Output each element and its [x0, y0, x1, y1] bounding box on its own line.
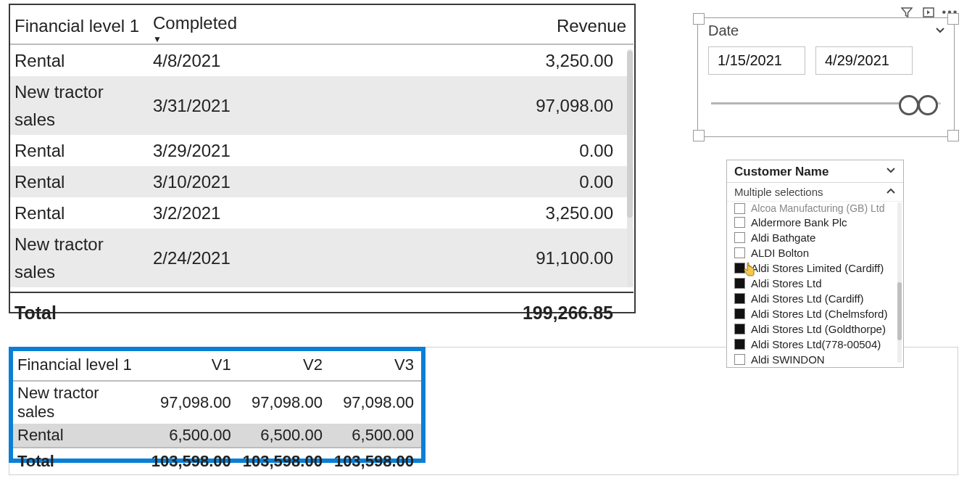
- column-header-v3[interactable]: V3: [330, 351, 421, 381]
- cell-financial-level: New tractor sales: [10, 229, 149, 287]
- checkbox[interactable]: [734, 308, 745, 319]
- checkbox[interactable]: [734, 339, 745, 350]
- cell-v3: 97,098.00: [330, 381, 421, 424]
- cell-revenue: 3,250.00: [262, 197, 634, 229]
- selection-handle[interactable]: [693, 130, 705, 141]
- slicer-item-label: Aldi Stores Ltd: [751, 277, 822, 289]
- slider-handle-start[interactable]: [899, 95, 919, 115]
- cell-financial-level: Rental: [10, 197, 149, 229]
- customer-name-slicer[interactable]: Customer Name Multiple selections Alcoa …: [726, 160, 904, 368]
- slicer-item-label: Alcoa Manufacturing (GB) Ltd: [751, 202, 884, 214]
- date-range-slider[interactable]: [711, 92, 941, 118]
- table-total-row: Total 199,266.85: [10, 292, 634, 333]
- cell-completed: 3/31/2021: [149, 76, 262, 134]
- customer-slicer-search-text[interactable]: Multiple selections: [734, 186, 823, 198]
- cell-v1: 97,098.00: [147, 381, 238, 424]
- checkbox[interactable]: [734, 263, 745, 274]
- column-header-v2[interactable]: V2: [238, 351, 330, 381]
- checkbox[interactable]: [734, 232, 745, 243]
- table-visual-summary[interactable]: Financial level 1 V1 V2 V3 New tractor s…: [9, 347, 425, 463]
- slicer-item-label: Aldi Stores Limited (Cardiff): [751, 262, 884, 274]
- checkbox[interactable]: [734, 278, 745, 289]
- chevron-down-icon[interactable]: [886, 165, 896, 179]
- customer-slicer-title: Customer Name: [734, 165, 829, 179]
- table-row[interactable]: Rental4/8/20213,250.00: [10, 45, 634, 76]
- cell-financial-level: Rental: [10, 45, 149, 76]
- checkbox[interactable]: [734, 293, 745, 304]
- column-header-financial-level-2[interactable]: Financial level 1: [13, 351, 147, 381]
- column-header-financial-level[interactable]: Financial level 1: [10, 5, 149, 44]
- checkbox[interactable]: [734, 203, 745, 214]
- scrollbar[interactable]: [627, 49, 633, 287]
- date-from-input[interactable]: 1/15/2021: [708, 46, 805, 75]
- cell-revenue: 97,098.00: [262, 76, 634, 134]
- table-row[interactable]: New tractor sales97,098.0097,098.0097,09…: [13, 381, 421, 424]
- slicer-item[interactable]: Aldi Stores Ltd (Cardiff): [727, 291, 903, 306]
- slicer-item-label: Aldi Stores Ltd (Goldthorpe): [751, 323, 886, 335]
- slicer-item-label: Aldi Stores Ltd (Cardiff): [751, 292, 864, 305]
- table-row[interactable]: New tractor sales2/24/202191,100.00: [10, 229, 634, 287]
- cell-revenue: 2,023.37: [262, 287, 634, 292]
- slicer-item[interactable]: Aldi Stores Ltd(778-00504): [727, 337, 903, 352]
- summary-total-row: Total 103,598.00 103,598.00 103,598.00: [13, 448, 421, 474]
- table-row[interactable]: Rental6,500.006,500.006,500.00: [13, 424, 421, 448]
- slider-handle-end[interactable]: [918, 95, 938, 115]
- chevron-up-icon[interactable]: [886, 186, 896, 198]
- cell-completed: 4/8/2021: [149, 45, 262, 76]
- cell-v1: 6,500.00: [147, 424, 238, 448]
- cell-financial-level: New tractor sales: [10, 76, 149, 134]
- slicer-item[interactable]: Aldi Bathgate: [727, 230, 903, 245]
- cell-revenue: 3,250.00: [262, 45, 634, 76]
- cell-v3: 6,500.00: [330, 424, 421, 448]
- selection-handle[interactable]: [947, 130, 959, 141]
- table-header: Financial level 1 Completed▼ Revenue: [10, 5, 634, 45]
- cell-financial-level: New tractor sales: [13, 381, 147, 424]
- date-slicer-title: Date: [708, 22, 739, 39]
- table-row[interactable]: Rental2/10/20212,023.37: [10, 287, 634, 292]
- checkbox[interactable]: [734, 324, 745, 334]
- slicer-item[interactable]: Aldermore Bank Plc: [727, 215, 903, 230]
- scrollbar[interactable]: [897, 202, 902, 363]
- chevron-down-icon[interactable]: [935, 22, 945, 39]
- slicer-item-label: Aldi Stores Ltd (Chelmsford): [751, 308, 887, 320]
- summary-header-row: Financial level 1 V1 V2 V3: [13, 351, 421, 381]
- slicer-item-label: ALDI Bolton: [751, 247, 809, 259]
- slicer-item[interactable]: Aldi Stores Ltd (Goldthorpe): [727, 321, 903, 337]
- table-row[interactable]: Rental3/10/20210.00: [10, 166, 634, 197]
- cell-v2: 97,098.00: [238, 381, 330, 424]
- cell-completed: 2/24/2021: [149, 229, 262, 287]
- date-to-input[interactable]: 4/29/2021: [815, 46, 913, 75]
- cell-completed: 3/29/2021: [149, 135, 262, 166]
- date-slicer[interactable]: Date 1/15/2021 4/29/2021: [697, 17, 955, 137]
- table-row[interactable]: New tractor sales3/31/202197,098.00: [10, 76, 634, 134]
- slicer-item[interactable]: Alcoa Manufacturing (GB) Ltd: [727, 202, 903, 215]
- cell-completed: 2/10/2021: [149, 287, 262, 292]
- slicer-item[interactable]: ALDI Bolton: [727, 245, 903, 260]
- cell-financial-level: Rental: [10, 135, 149, 166]
- selection-handle[interactable]: [947, 13, 959, 25]
- column-header-v1[interactable]: V1: [147, 351, 238, 381]
- checkbox[interactable]: [734, 217, 745, 228]
- selection-handle[interactable]: [693, 13, 705, 25]
- slicer-item-label: Aldi SWINDON: [751, 353, 825, 366]
- cell-financial-level: Rental: [10, 287, 149, 292]
- cell-revenue: 0.00: [262, 135, 634, 166]
- slicer-item[interactable]: Aldi Stores Ltd: [727, 276, 903, 291]
- cell-revenue: 91,100.00: [262, 229, 634, 287]
- scrollbar-thumb[interactable]: [897, 282, 902, 340]
- checkbox[interactable]: [734, 354, 745, 365]
- slicer-item[interactable]: Aldi SWINDON: [727, 352, 903, 367]
- column-header-revenue[interactable]: Revenue: [262, 5, 634, 44]
- table-visual-main[interactable]: Financial level 1 Completed▼ Revenue Ren…: [9, 4, 636, 313]
- slicer-item[interactable]: Aldi Stores Ltd (Chelmsford): [727, 306, 903, 321]
- cell-v2: 6,500.00: [238, 424, 330, 448]
- scrollbar-thumb[interactable]: [627, 51, 633, 218]
- column-header-completed[interactable]: Completed▼: [149, 5, 262, 44]
- slicer-item[interactable]: Aldi Stores Limited (Cardiff): [727, 260, 903, 276]
- table-body-scroll[interactable]: Rental4/8/20213,250.00New tractor sales3…: [10, 45, 634, 292]
- slicer-item-label: Aldi Stores Ltd(778-00504): [751, 338, 881, 350]
- slicer-item-label: Aldi Bathgate: [751, 231, 815, 244]
- checkbox[interactable]: [734, 247, 745, 258]
- table-row[interactable]: Rental3/29/20210.00: [10, 135, 634, 166]
- table-row[interactable]: Rental3/2/20213,250.00: [10, 197, 634, 229]
